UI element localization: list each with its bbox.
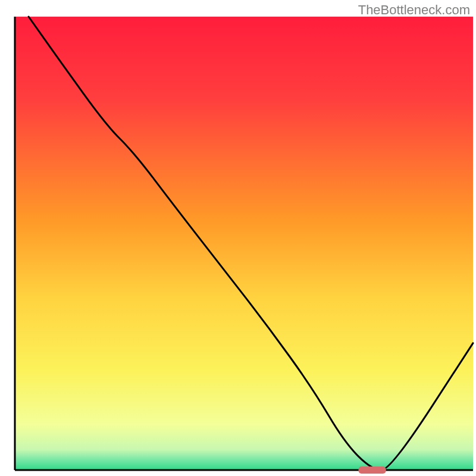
gradient-background	[15, 17, 473, 470]
attribution-text: TheBottleneck.com	[358, 2, 470, 18]
bottleneck-chart	[0, 0, 476, 476]
optimal-marker	[359, 466, 386, 474]
chart-container: TheBottleneck.com	[0, 0, 476, 476]
